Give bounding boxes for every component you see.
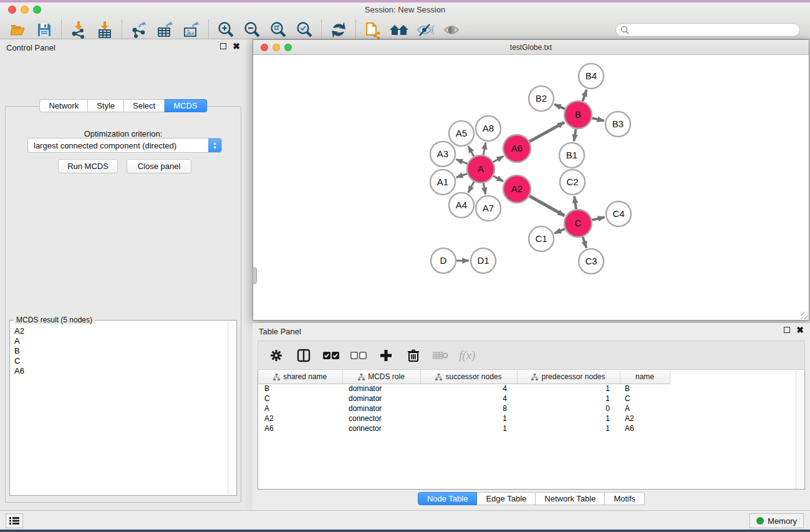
graph-edge-A-A7[interactable] — [483, 183, 485, 195]
graph-edge-B-B4[interactable] — [582, 90, 586, 101]
close-table-panel-icon[interactable]: ✖ — [796, 327, 804, 333]
select-all-columns-icon[interactable] — [322, 346, 340, 365]
function-builder-icon[interactable]: f(x) — [459, 346, 475, 365]
window-resize-grip[interactable] — [801, 312, 808, 319]
network-canvas[interactable]: B4B2BB3A8A5A6A3B1AA1C2A2A4A7C4CC1C3DD1 — [253, 56, 809, 320]
table-tab-node-table[interactable]: Node Table — [418, 492, 478, 505]
task-history-button[interactable] — [6, 513, 23, 528]
settings-gear-icon[interactable] — [267, 346, 286, 365]
graph-edge-A-A3[interactable] — [456, 159, 467, 163]
table-cell[interactable]: B — [258, 384, 342, 394]
table-cell[interactable]: C — [258, 394, 342, 404]
delete-table-icon[interactable] — [432, 346, 450, 365]
network-graph[interactable]: B4B2BB3A8A5A6A3B1AA1C2A2A4A7C4CC1C3DD1 — [253, 56, 809, 320]
close-panel-button[interactable]: Close panel — [127, 159, 191, 173]
zoom-selected-icon[interactable] — [294, 21, 315, 39]
search-input[interactable] — [615, 23, 800, 37]
zoom-in-icon[interactable] — [215, 21, 236, 39]
result-scrollbar[interactable] — [228, 321, 236, 495]
table-tab-edge-table[interactable]: Edge Table — [477, 492, 536, 505]
open-session-icon[interactable] — [7, 21, 29, 39]
graph-edge-B-B3[interactable] — [592, 118, 604, 121]
graph-edge-A-A5[interactable] — [468, 146, 474, 157]
table-cell[interactable]: 1 — [517, 394, 620, 404]
table-cell[interactable]: connector — [342, 423, 420, 433]
graph-edge-C-C1[interactable] — [554, 229, 565, 233]
mcds-result-item[interactable]: A2 — [11, 326, 227, 336]
mcds-result-item[interactable]: A — [11, 336, 227, 346]
close-panel-icon[interactable]: ✖ — [233, 43, 240, 49]
table-scrollbar[interactable] — [796, 370, 804, 489]
column-header-MCDS-role[interactable]: MCDS role — [342, 370, 420, 384]
deselect-all-columns-icon[interactable] — [349, 346, 368, 365]
graph-edge-C-C2[interactable] — [574, 196, 576, 209]
table-tab-network-table[interactable]: Network Table — [536, 492, 605, 505]
tab-select[interactable]: Select — [124, 99, 165, 112]
graph-edge-C-C3[interactable] — [583, 237, 587, 248]
table-cell[interactable]: dominator — [342, 394, 420, 404]
graph-edge-A-A6[interactable] — [493, 156, 503, 162]
column-header-name[interactable]: name — [620, 370, 670, 384]
graph-edge-C-C4[interactable] — [592, 217, 604, 220]
graph-edge-A-A1[interactable] — [456, 174, 468, 178]
tab-mcds[interactable]: MCDS — [165, 99, 206, 112]
import-table-icon[interactable] — [94, 21, 115, 39]
graph-edge-A-A8[interactable] — [483, 143, 486, 155]
criterion-dropdown[interactable]: largest connected component (directed) ▲… — [27, 138, 222, 153]
home-network-overview-icon[interactable] — [388, 21, 410, 39]
column-header-shared-name[interactable]: shared name — [258, 370, 342, 384]
table-cell[interactable]: 1 — [420, 414, 517, 423]
export-network-icon[interactable] — [128, 21, 150, 39]
graph-edge-B-B2[interactable] — [554, 104, 565, 109]
export-table-icon[interactable] — [155, 21, 176, 39]
float-panel-icon[interactable] — [220, 43, 226, 49]
graph-edge-B-B1[interactable] — [574, 129, 576, 142]
column-layout-icon[interactable] — [294, 346, 313, 365]
table-cell[interactable]: dominator — [342, 384, 420, 394]
table-cell[interactable]: 4 — [420, 384, 517, 394]
table-cell[interactable]: 0 — [517, 404, 620, 414]
table-cell[interactable]: 4 — [420, 394, 517, 404]
graph-edge-A-A2[interactable] — [493, 176, 503, 181]
mcds-result-item[interactable]: B — [11, 346, 227, 356]
export-image-icon[interactable] — [181, 21, 202, 39]
table-cell[interactable]: 1 — [517, 423, 620, 433]
table-cell[interactable]: A2 — [620, 414, 670, 423]
refresh-view-icon[interactable] — [328, 21, 349, 39]
table-cell[interactable]: 1 — [420, 423, 517, 433]
graph-edge-A6-B[interactable] — [529, 122, 564, 142]
float-table-panel-icon[interactable] — [784, 327, 790, 333]
save-session-icon[interactable] — [34, 21, 55, 39]
import-network-icon[interactable] — [68, 21, 89, 39]
zoom-out-icon[interactable] — [241, 21, 263, 39]
column-header-successor-nodes[interactable]: successor nodes — [420, 370, 517, 384]
memory-button[interactable]: Memory — [750, 513, 804, 528]
mcds-result-item[interactable]: A6 — [11, 366, 227, 376]
panel-divider-grip[interactable] — [253, 268, 257, 284]
table-cell[interactable]: A6 — [620, 423, 670, 433]
table-tab-motifs[interactable]: Motifs — [605, 492, 645, 505]
table-cell[interactable]: A6 — [258, 423, 342, 433]
graph-edge-A-A4[interactable] — [468, 181, 474, 192]
table-cell[interactable]: connector — [342, 414, 420, 423]
table-cell[interactable]: C — [620, 394, 670, 404]
table-cell[interactable]: B — [620, 384, 670, 394]
table-cell[interactable]: A2 — [258, 414, 342, 423]
table-cell[interactable]: A — [620, 404, 670, 414]
delete-column-icon[interactable] — [404, 346, 423, 365]
show-graphics-details-icon[interactable] — [441, 21, 462, 39]
table-cell[interactable]: 1 — [517, 414, 620, 423]
open-session-file-icon[interactable] — [362, 21, 383, 39]
table-cell[interactable]: A — [258, 404, 342, 414]
tab-network[interactable]: Network — [39, 99, 88, 112]
network-window-titlebar[interactable]: testGlobe.txt — [253, 40, 809, 55]
graph-edge-A2-C[interactable] — [529, 196, 564, 216]
run-mcds-button[interactable]: Run MCDS — [58, 159, 118, 173]
hide-selected-icon[interactable] — [415, 21, 436, 39]
zoom-fit-icon[interactable] — [268, 21, 289, 39]
add-column-icon[interactable] — [377, 346, 395, 365]
column-header-predecessor-nodes[interactable]: predecessor nodes — [517, 370, 620, 384]
tab-style[interactable]: Style — [88, 99, 124, 112]
mcds-result-item[interactable]: C — [11, 356, 227, 366]
table-cell[interactable]: 1 — [517, 384, 620, 394]
